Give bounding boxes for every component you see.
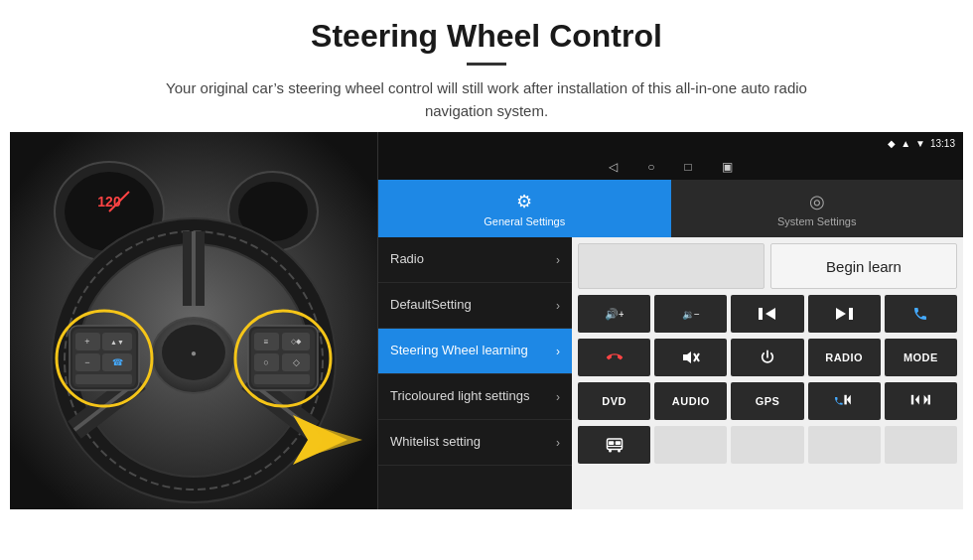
gps-button[interactable]: GPS [731,382,803,420]
steering-wheel-panel: 120 + ▲▼ − ☎ [10,132,377,509]
home-nav-icon[interactable]: ○ [647,160,654,174]
control-panel: Begin learn 🔊+ 🔉− [572,237,963,509]
control-row-3: DVD AUDIO GPS [578,382,957,420]
vol-down-button[interactable]: 🔉− [654,295,727,333]
svg-marker-58 [924,395,928,405]
menu-item-whitelist[interactable]: Whitelist setting › [378,420,572,466]
menu-item-tricoloured-label: Tricoloured light settings [390,388,552,405]
svg-rect-50 [849,308,853,320]
control-row-4 [578,426,957,464]
tab-system-settings[interactable]: ◎ System Settings [671,180,964,237]
menu-area: Radio › DefaultSetting › Steering Wheel … [378,237,963,509]
tab-system-label: System Settings [777,215,856,227]
dvd-button[interactable]: DVD [578,382,650,420]
tab-general-settings[interactable]: ⚙ General Settings [378,180,671,237]
system-settings-icon: ◎ [809,191,825,212]
location-icon: ◆ [888,138,896,149]
status-time: 13:13 [930,138,955,149]
svg-rect-61 [609,441,614,445]
status-icons: ◆ ▲ ▼ 13:13 [888,138,955,149]
svg-marker-56 [915,395,919,405]
phone-prev-button[interactable] [808,382,881,420]
svg-text:+: + [84,337,89,347]
general-settings-icon: ⚙ [516,191,532,212]
svg-rect-37 [254,374,310,384]
android-statusbar: ◆ ▲ ▼ 13:13 [378,132,963,154]
svg-marker-49 [836,308,846,320]
svg-text:−: − [84,357,89,367]
svg-text:120: 120 [97,194,121,210]
svg-text:●: ● [191,348,197,358]
vol-up-button[interactable]: 🔊+ [578,295,650,333]
bus-button[interactable] [578,426,650,464]
wifi-icon: ▼ [915,138,925,149]
content-area: 120 + ▲▼ − ☎ [10,132,963,509]
back-nav-icon[interactable]: ◁ [609,160,618,174]
svg-text:☎: ☎ [112,357,123,367]
menu-list: Radio › DefaultSetting › Steering Wheel … [378,237,572,509]
menu-item-tricoloured[interactable]: Tricoloured light settings › [378,374,572,420]
cast-nav-icon[interactable]: ▣ [722,160,733,174]
radio-button[interactable]: RADIO [808,339,881,376]
menu-item-radio-label: Radio [390,251,552,268]
svg-text:◇: ◇ [293,357,300,367]
svg-text:🔉−: 🔉− [682,308,700,321]
radio-chevron-icon: › [556,253,560,267]
default-chevron-icon: › [556,299,560,313]
tab-general-label: General Settings [484,215,565,227]
svg-rect-62 [615,441,620,445]
page-subtitle: Your original car’s steering wheel contr… [139,77,834,122]
svg-text:○: ○ [263,357,268,367]
phone-button[interactable] [885,295,957,333]
whitelist-chevron-icon: › [556,436,560,450]
hangup-button[interactable] [578,339,650,376]
control-top-row: Begin learn [578,243,957,289]
empty-btn-4 [885,426,957,464]
menu-item-steering-label: Steering Wheel learning [390,343,552,359]
menu-item-default[interactable]: DefaultSetting › [378,283,572,329]
page-header: Steering Wheel Control Your original car… [0,0,973,132]
svg-point-64 [609,450,612,453]
svg-rect-48 [759,308,763,320]
svg-rect-55 [845,395,847,405]
begin-learn-button[interactable]: Begin learn [770,243,957,289]
svg-marker-54 [847,395,851,405]
empty-btn-2 [731,426,803,464]
next-track-button[interactable] [808,295,881,333]
recent-nav-icon[interactable]: □ [685,160,692,174]
svg-rect-57 [911,395,913,405]
android-panel: ◆ ▲ ▼ 13:13 ◁ ○ □ ▣ ⚙ General Settings ◎… [377,132,963,509]
menu-item-whitelist-label: Whitelist setting [390,434,552,451]
menu-item-radio[interactable]: Radio › [378,237,572,283]
title-divider [467,63,506,66]
svg-marker-47 [765,308,775,320]
audio-button[interactable]: AUDIO [654,382,727,420]
mute-button[interactable] [654,339,727,376]
menu-item-default-label: DefaultSetting [390,297,552,314]
svg-rect-26 [75,374,132,384]
power-button[interactable] [731,339,803,376]
control-row-2: RADIO MODE [578,339,957,376]
svg-text:🔊+: 🔊+ [606,307,624,321]
tricoloured-chevron-icon: › [556,390,560,404]
svg-text:▲▼: ▲▼ [110,339,124,346]
svg-text:◇◆: ◇◆ [291,338,302,345]
menu-item-steering[interactable]: Steering Wheel learning › [378,329,572,374]
svg-point-65 [618,450,621,453]
signal-icon: ▲ [901,138,910,149]
prev-next-button[interactable] [885,382,957,420]
mode-button[interactable]: MODE [885,339,957,376]
tab-bar: ⚙ General Settings ◎ System Settings [378,180,963,237]
empty-display-box [578,243,764,289]
svg-rect-59 [928,395,930,405]
control-row-1: 🔊+ 🔉− [578,295,957,333]
prev-track-button[interactable] [731,295,803,333]
svg-text:≡: ≡ [264,338,269,347]
steering-chevron-icon: › [556,345,560,358]
page-title: Steering Wheel Control [40,18,933,55]
empty-btn-1 [654,426,727,464]
empty-btn-3 [808,426,881,464]
android-navbar: ◁ ○ □ ▣ [378,154,963,180]
svg-marker-51 [683,351,691,363]
